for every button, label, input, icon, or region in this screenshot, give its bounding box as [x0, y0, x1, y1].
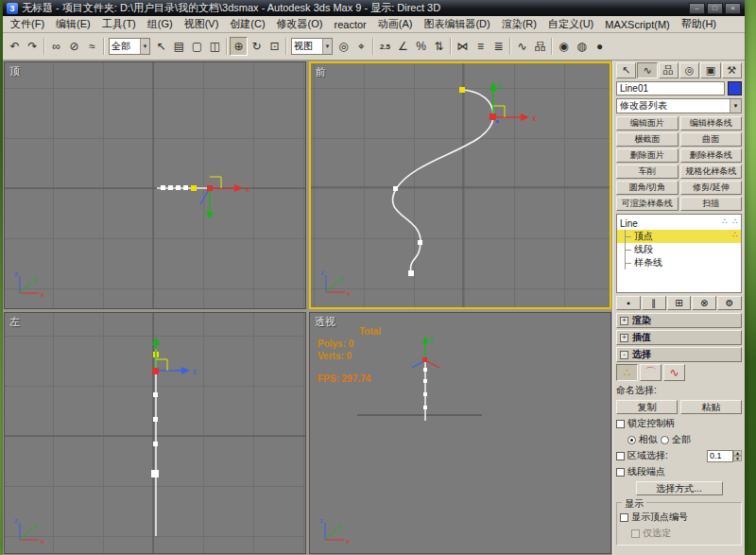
- move-gizmo[interactable]: x: [200, 177, 250, 219]
- selected-vertex[interactable]: [152, 368, 159, 374]
- spline-vertex[interactable]: [418, 240, 422, 245]
- configure-modifier-sets-icon[interactable]: ⚙: [717, 296, 742, 310]
- spline-line01[interactable]: [392, 90, 493, 273]
- stack-row-line[interactable]: Line ∴ ∴: [617, 217, 741, 230]
- segment-end-checkbox[interactable]: [616, 468, 625, 477]
- stack-row-spline[interactable]: 样条线: [617, 256, 741, 269]
- area-selection-checkbox[interactable]: [616, 452, 625, 460]
- vertex-ticks-icon[interactable]: ∴: [722, 217, 728, 226]
- spline-vertex[interactable]: [423, 368, 427, 372]
- spline-vertex[interactable]: [151, 470, 159, 477]
- cross-section-button[interactable]: 横截面: [616, 132, 679, 147]
- selected-vertex[interactable]: [207, 185, 213, 191]
- select-and-move-icon[interactable]: ⊕: [230, 37, 248, 56]
- rollout-collapse-icon[interactable]: -: [620, 351, 628, 359]
- viewport-front-label[interactable]: 前: [316, 65, 326, 79]
- spline-vertex[interactable]: [168, 185, 173, 190]
- all-radio[interactable]: [661, 436, 669, 444]
- viewport-top-canvas[interactable]: x x z y: [5, 62, 305, 308]
- select-and-link-icon[interactable]: ∞: [47, 37, 65, 56]
- pin-stack-icon[interactable]: ▪: [616, 296, 641, 310]
- quick-render-icon[interactable]: ●: [591, 37, 609, 56]
- motion-tab-icon[interactable]: ◎: [679, 62, 699, 78]
- rollout-rendering[interactable]: + 渲染: [616, 313, 742, 328]
- selected-only-checkbox[interactable]: [631, 529, 640, 538]
- spline-subobject-icon[interactable]: ∿: [663, 364, 685, 381]
- spinner-snap-icon[interactable]: ⇅: [430, 37, 448, 56]
- spline-vertex[interactable]: [153, 417, 158, 422]
- object-color-swatch[interactable]: [728, 81, 742, 95]
- lathe-button[interactable]: 车削: [616, 165, 679, 179]
- delete-spline-button[interactable]: 删除样条线: [680, 148, 743, 163]
- surface-button[interactable]: 曲面: [680, 132, 743, 147]
- viewport-front[interactable]: y x x z y 前: [309, 61, 611, 309]
- first-vertex[interactable]: [459, 87, 465, 93]
- render-scene-icon[interactable]: ◍: [573, 37, 591, 56]
- viewport-top-label[interactable]: 顶: [9, 64, 20, 78]
- viewport-left[interactable]: z x z y 左: [4, 312, 306, 554]
- spline-vertex[interactable]: [176, 185, 180, 190]
- normalize-spline-button[interactable]: 规格化样条线: [680, 165, 743, 179]
- display-tab-icon[interactable]: ▣: [700, 62, 720, 78]
- mirror-icon[interactable]: ⋈: [454, 37, 472, 56]
- viewport-perspective-label[interactable]: 透视: [315, 315, 335, 329]
- remove-modifier-icon[interactable]: ⊗: [692, 296, 716, 310]
- move-gizmo[interactable]: y x: [490, 80, 537, 123]
- alike-radio[interactable]: [627, 436, 636, 444]
- angle-snap-icon[interactable]: ∠: [394, 37, 412, 56]
- vertex-ticks-icon[interactable]: ∴: [732, 230, 738, 239]
- reference-coordinate-dropdown[interactable]: 视图 ▼: [291, 38, 333, 55]
- trim-extend-button[interactable]: 修剪/延伸: [680, 181, 743, 195]
- selection-filter-dropdown[interactable]: 全部 ▼: [109, 38, 150, 55]
- align-icon[interactable]: ≡: [472, 37, 490, 56]
- viewport-left-canvas[interactable]: z x z y: [5, 313, 305, 553]
- menu-item-help[interactable]: 帮助(H): [676, 16, 722, 32]
- bind-to-space-warp-icon[interactable]: ≈: [83, 37, 101, 56]
- select-object-icon[interactable]: ↖: [152, 37, 170, 56]
- rollout-interpolation[interactable]: + 插值: [616, 330, 742, 345]
- spline-vertex[interactable]: [423, 406, 427, 409]
- schematic-view-icon[interactable]: 品: [531, 37, 549, 56]
- lock-handles-checkbox[interactable]: [616, 420, 625, 428]
- spline-vertex[interactable]: [153, 442, 158, 446]
- delete-patch-button[interactable]: 删除面片: [616, 148, 679, 163]
- copy-button[interactable]: 复制: [616, 400, 678, 414]
- menu-item-file[interactable]: 文件(F): [5, 16, 50, 32]
- spline-vertex[interactable]: [423, 392, 427, 396]
- spinner-down-icon[interactable]: ▼: [733, 456, 742, 461]
- layer-manager-icon[interactable]: ≣: [490, 37, 507, 56]
- redo-icon[interactable]: ↷: [24, 37, 42, 56]
- show-end-result-icon[interactable]: ∥: [642, 296, 666, 310]
- viewport-top[interactable]: x x z y 顶: [4, 61, 306, 309]
- spline-vertex[interactable]: [408, 270, 414, 276]
- rollout-expand-icon[interactable]: +: [620, 334, 628, 342]
- modify-tab-icon[interactable]: ∿: [637, 62, 657, 78]
- first-vertex[interactable]: [191, 185, 197, 191]
- make-unique-icon[interactable]: ⊞: [667, 296, 692, 310]
- window-crossing-icon[interactable]: ◫: [206, 37, 224, 56]
- hierarchy-tab-icon[interactable]: 品: [659, 62, 679, 78]
- spline-vertex[interactable]: [153, 392, 158, 397]
- area-threshold-field[interactable]: 0.1: [707, 450, 733, 462]
- menu-item-animation[interactable]: 动画(A): [372, 16, 419, 32]
- menu-item-tools[interactable]: 工具(T): [96, 16, 142, 32]
- select-by-button[interactable]: 选择方式...: [636, 481, 723, 495]
- select-and-manipulate-icon[interactable]: ⌖: [352, 37, 370, 56]
- maximize-button[interactable]: □: [707, 3, 723, 14]
- curve-editor-icon[interactable]: ∿: [513, 37, 531, 56]
- move-gizmo[interactable]: z: [152, 337, 198, 376]
- rollout-expand-icon[interactable]: +: [620, 317, 628, 325]
- menu-item-rendering[interactable]: 渲染(R): [496, 16, 542, 32]
- menu-item-views[interactable]: 视图(V): [179, 16, 225, 32]
- menu-item-create[interactable]: 创建(C): [224, 16, 270, 32]
- undo-icon[interactable]: ↶: [6, 37, 24, 56]
- rect-selection-region-icon[interactable]: ▢: [188, 37, 206, 56]
- viewport-perspective[interactable]: y x z y Total Polys: 0 Verts: 0 FPS: 297…: [309, 312, 611, 554]
- select-and-scale-icon[interactable]: ⊡: [266, 37, 284, 56]
- menu-item-group[interactable]: 组(G): [142, 16, 179, 32]
- material-editor-icon[interactable]: ◉: [555, 37, 573, 56]
- stack-row-vertex[interactable]: 顶点 ∴: [617, 230, 741, 243]
- snap-toggle-icon[interactable]: 2.5: [376, 37, 394, 56]
- menu-item-edit[interactable]: 编辑(E): [50, 16, 96, 32]
- segment-subobject-icon[interactable]: ⌒: [640, 364, 662, 381]
